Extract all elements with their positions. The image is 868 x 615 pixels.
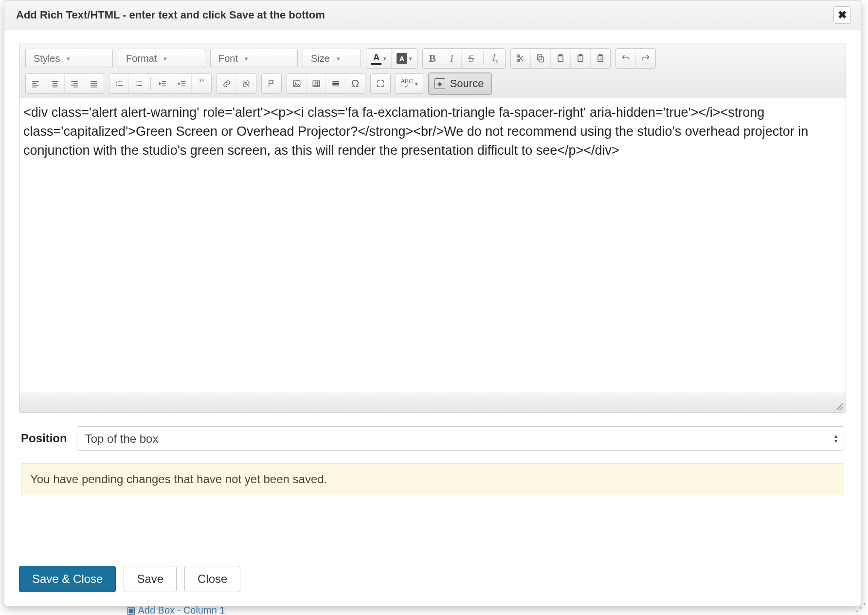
caret-down-icon: ▾ [415, 81, 418, 87]
table-button[interactable] [307, 74, 326, 93]
select-caret-icon: ▴▾ [834, 434, 837, 443]
modal-footer: Save & Close Save Close [4, 554, 861, 606]
copy-button[interactable] [531, 49, 551, 68]
caret-down-icon: ▾ [337, 55, 340, 62]
anchor-button[interactable] [262, 74, 281, 93]
align-left-button[interactable] [26, 74, 45, 93]
ordered-list-icon: 12 [115, 79, 124, 88]
caret-down-icon: ▾ [163, 55, 167, 62]
redo-button[interactable] [636, 49, 655, 68]
spellcheck-button[interactable]: ABC✓▾ [396, 74, 423, 93]
align-justify-icon [90, 79, 98, 88]
remove-format-icon: Ix [492, 52, 499, 65]
source-button-label: Source [450, 77, 484, 90]
page-root: Add Rich Text/HTML - enter text and clic… [0, 0, 868, 615]
svg-rect-2 [539, 57, 543, 62]
position-select[interactable]: Top of the box [77, 426, 844, 451]
outdent-button[interactable] [153, 74, 172, 93]
close-button[interactable]: Close [184, 566, 240, 592]
modal-title: Add Rich Text/HTML - enter text and clic… [16, 9, 325, 21]
size-combo-label: Size [311, 53, 330, 64]
font-combo[interactable]: Font ▾ [210, 49, 298, 68]
horizontal-rule-button[interactable] [326, 74, 345, 93]
bg-color-button[interactable]: A ▾ [392, 49, 417, 68]
editor-resize-handle[interactable] [834, 401, 843, 410]
editor-content-area[interactable]: <div class='alert alert-warning' role='a… [19, 98, 846, 393]
svg-point-15 [135, 85, 136, 86]
link-button[interactable] [217, 74, 236, 93]
styles-combo-label: Styles [34, 53, 60, 64]
italic-button[interactable]: I [442, 49, 462, 68]
save-and-close-button[interactable]: Save & Close [19, 566, 116, 592]
indent-icon [178, 79, 186, 88]
special-char-button[interactable]: Ω [345, 74, 365, 93]
svg-text:T: T [579, 57, 581, 61]
save-button[interactable]: Save [124, 566, 177, 592]
format-combo-label: Format [126, 53, 157, 64]
text-color-button[interactable]: A ▾ [366, 49, 392, 68]
anchor-group [261, 73, 282, 94]
modal-close-button[interactable]: ✖ [833, 6, 851, 24]
align-center-button[interactable] [45, 74, 65, 93]
modal-dialog: Add Rich Text/HTML - enter text and clic… [4, 0, 861, 606]
bold-button[interactable]: B [423, 49, 442, 68]
toolbar-row-2: 12 ” [25, 72, 840, 95]
cut-button[interactable] [511, 49, 531, 68]
undo-icon [621, 54, 631, 63]
window-resize-grip[interactable]: ⋰ [855, 601, 866, 614]
blockquote-button[interactable]: ” [192, 74, 211, 93]
unordered-list-icon [134, 79, 143, 88]
image-button[interactable] [287, 74, 307, 93]
text-style-group: B I S Ix [422, 48, 506, 69]
spellcheck-icon: ABC✓ [401, 79, 413, 89]
styles-combo[interactable]: Styles ▾ [25, 49, 113, 68]
svg-text:1: 1 [116, 80, 117, 83]
align-left-icon [31, 79, 40, 88]
source-button[interactable]: ◈ Source [428, 72, 492, 95]
close-icon: ✖ [838, 9, 847, 21]
ordered-list-button[interactable]: 12 [109, 74, 129, 93]
editor-toolbar: Styles ▾ Format ▾ Font ▾ Size [19, 43, 846, 98]
svg-text:W: W [599, 58, 602, 61]
omega-icon: Ω [351, 77, 359, 90]
hr-icon [331, 79, 340, 88]
image-icon [292, 79, 301, 88]
ckeditor-container: Styles ▾ Format ▾ Font ▾ Size [19, 43, 846, 413]
maximize-button[interactable] [371, 74, 390, 93]
remove-format-button[interactable]: Ix [486, 49, 505, 68]
format-combo[interactable]: Format ▾ [118, 49, 205, 68]
font-combo-label: Font [218, 53, 238, 64]
position-label: Position [21, 432, 67, 445]
undo-button[interactable] [616, 49, 636, 68]
editor-footer [19, 393, 846, 412]
unlink-button[interactable] [236, 74, 256, 93]
unordered-list-button[interactable] [129, 74, 148, 93]
paste-text-button[interactable]: T [571, 49, 591, 68]
list-group: 12 ” [109, 73, 212, 94]
position-field-row: Position Top of the box ▴▾ [21, 426, 844, 451]
indent-button[interactable] [172, 74, 192, 93]
modal-header: Add Rich Text/HTML - enter text and clic… [4, 0, 861, 30]
source-icon: ◈ [434, 78, 445, 89]
quote-icon: ” [199, 81, 204, 87]
align-justify-button[interactable] [84, 74, 104, 93]
link-icon [222, 79, 231, 88]
redo-icon [641, 54, 651, 63]
paste-button[interactable] [551, 49, 571, 68]
background-add-box-link[interactable]: ▣ Add Box - Column 1 [127, 604, 225, 615]
divider [150, 77, 151, 90]
align-right-button[interactable] [65, 74, 84, 93]
spell-group: ABC✓▾ [396, 73, 423, 94]
maximize-group [370, 73, 391, 94]
clipboard-group: T W [510, 48, 611, 69]
table-icon [312, 79, 321, 88]
svg-point-17 [295, 82, 296, 84]
size-combo[interactable]: Size ▾ [303, 49, 361, 68]
strike-button[interactable]: S [462, 49, 481, 68]
pending-changes-alert: You have pending changes that have not y… [21, 463, 844, 495]
bg-color-icon: A [397, 53, 407, 64]
paste-word-button[interactable]: W [591, 49, 610, 68]
svg-rect-3 [537, 55, 542, 60]
clipboard-text-icon: T [576, 54, 585, 63]
copy-icon [536, 54, 545, 63]
